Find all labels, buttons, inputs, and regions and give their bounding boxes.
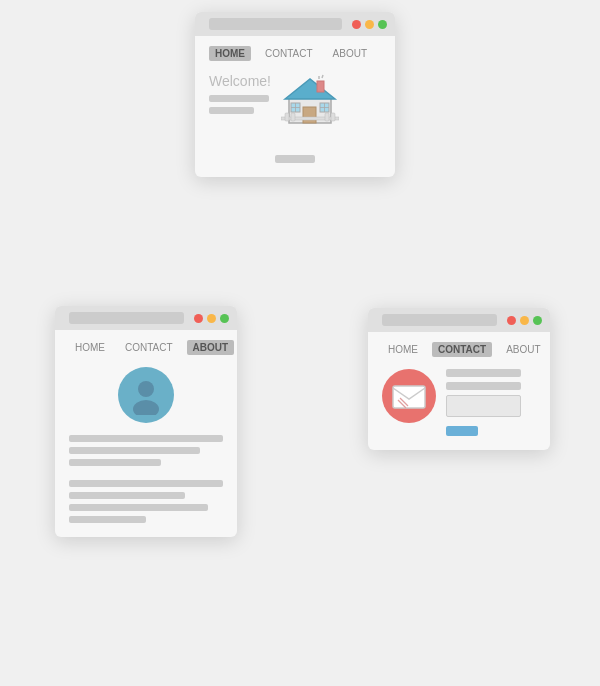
bottom-placeholder-bar (275, 155, 315, 163)
submit-button[interactable] (446, 426, 478, 436)
close-icon-1[interactable] (352, 20, 361, 29)
nav-contact-1[interactable]: CONTACT (259, 46, 319, 61)
text-bar (69, 447, 200, 454)
svg-marker-1 (285, 79, 335, 99)
nav-home-1[interactable]: HOME (209, 46, 251, 61)
nav-about-1[interactable]: ABOUT (327, 46, 373, 61)
user-icon (126, 375, 166, 415)
text-section-1: Welcome! (209, 73, 271, 114)
form-field-bar (446, 369, 521, 377)
nav-bar-1: HOME CONTACT ABOUT (209, 46, 381, 61)
titlebar-3 (368, 308, 550, 332)
contact-main (382, 369, 536, 436)
placeholder-bar (209, 95, 269, 102)
welcome-heading: Welcome! (209, 73, 271, 89)
minimize-icon-1[interactable] (365, 20, 374, 29)
svg-rect-2 (317, 81, 324, 92)
text-bar (69, 492, 185, 499)
svg-rect-16 (331, 113, 335, 121)
window1-content: HOME CONTACT ABOUT Welcome! (195, 36, 395, 177)
form-textarea[interactable] (446, 395, 521, 417)
house-icon (281, 73, 339, 125)
browser-window-2: HOME CONTACT ABOUT (55, 306, 237, 537)
nav-contact-3[interactable]: CONTACT (432, 342, 492, 357)
avatar (118, 367, 174, 423)
svg-point-17 (138, 381, 154, 397)
nav-bar-3: HOME CONTACT ABOUT (382, 342, 536, 357)
main-content-1: Welcome! (209, 73, 381, 125)
url-bar-3[interactable] (382, 314, 497, 326)
titlebar-1 (195, 12, 395, 36)
text-bar (69, 516, 146, 523)
svg-rect-19 (393, 386, 425, 408)
placeholder-lines-1 (209, 95, 271, 114)
url-bar-2[interactable] (69, 312, 184, 324)
text-bar (69, 504, 208, 511)
about-text-lines (69, 435, 223, 523)
nav-bar-2: HOME CONTACT ABOUT (69, 340, 223, 355)
svg-rect-13 (285, 113, 289, 121)
nav-home-3[interactable]: HOME (382, 342, 424, 357)
nav-contact-2[interactable]: CONTACT (119, 340, 179, 355)
svg-rect-14 (291, 113, 295, 121)
browser-window-1: HOME CONTACT ABOUT Welcome! (195, 12, 395, 177)
bottom-bar-area-1 (209, 155, 381, 163)
browser-window-3: HOME CONTACT ABOUT (368, 308, 550, 450)
titlebar-2 (55, 306, 237, 330)
nav-home-2[interactable]: HOME (69, 340, 111, 355)
window2-content: HOME CONTACT ABOUT (55, 330, 237, 537)
maximize-icon-3[interactable] (533, 316, 542, 325)
maximize-icon-2[interactable] (220, 314, 229, 323)
svg-rect-15 (325, 113, 329, 121)
maximize-icon-1[interactable] (378, 20, 387, 29)
minimize-icon-2[interactable] (207, 314, 216, 323)
mail-icon-circle (382, 369, 436, 423)
text-bar (69, 435, 223, 442)
svg-line-4 (322, 75, 323, 78)
minimize-icon-3[interactable] (520, 316, 529, 325)
svg-rect-5 (303, 107, 316, 123)
close-icon-3[interactable] (507, 316, 516, 325)
envelope-icon (392, 382, 426, 410)
close-icon-2[interactable] (194, 314, 203, 323)
text-bar (69, 480, 223, 487)
nav-about-3[interactable]: ABOUT (500, 342, 546, 357)
form-field-bar (446, 382, 521, 390)
nav-about-2[interactable]: ABOUT (187, 340, 235, 355)
placeholder-bar (209, 107, 254, 114)
svg-rect-12 (281, 117, 339, 120)
url-bar-1[interactable] (209, 18, 342, 30)
svg-point-18 (133, 400, 159, 415)
form-fields (446, 369, 521, 436)
text-bar (69, 459, 161, 466)
window3-content: HOME CONTACT ABOUT (368, 332, 550, 450)
